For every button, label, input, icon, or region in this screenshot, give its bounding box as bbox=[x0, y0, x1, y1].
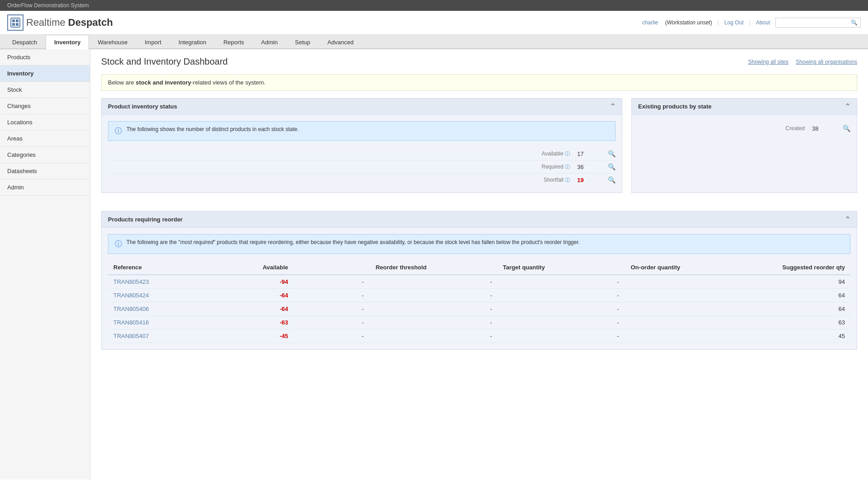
stat-label-available: Available ⓘ bbox=[108, 150, 577, 157]
reference-link[interactable]: TRAN805406 bbox=[113, 306, 149, 312]
shortfall-info-icon[interactable]: ⓘ bbox=[565, 177, 570, 183]
user-link[interactable]: charlie bbox=[642, 19, 658, 26]
required-info-icon[interactable]: ⓘ bbox=[565, 164, 570, 169]
products-stat-row-created: Created 38 🔍 bbox=[638, 121, 850, 136]
cell-reference[interactable]: TRAN805407 bbox=[108, 329, 212, 343]
available-info-icon[interactable]: ⓘ bbox=[565, 151, 570, 156]
cell-on-order-qty: - bbox=[550, 289, 686, 302]
tab-advanced[interactable]: Advanced bbox=[319, 35, 362, 49]
tab-integration[interactable]: Integration bbox=[170, 35, 215, 49]
cell-reorder-threshold: - bbox=[294, 289, 432, 302]
filter-organisations[interactable]: Showing all organisations bbox=[796, 59, 857, 65]
sidebar-item-categories[interactable]: Categories bbox=[0, 147, 90, 163]
reorder-info-icon: ⓘ bbox=[115, 240, 122, 249]
header-right: charlie (Workstation unset) | Log Out | … bbox=[642, 18, 861, 28]
logo-realtime: Realtime bbox=[26, 17, 65, 28]
cell-reference[interactable]: TRAN805423 bbox=[108, 275, 212, 289]
cell-target-qty: - bbox=[432, 302, 550, 316]
cell-reference[interactable]: TRAN805406 bbox=[108, 302, 212, 316]
sidebar-item-changes[interactable]: Changes bbox=[0, 98, 90, 114]
stat-row-required: Required ⓘ 36 🔍 bbox=[108, 160, 616, 174]
tab-admin[interactable]: Admin bbox=[252, 35, 286, 49]
available-search-icon[interactable]: 🔍 bbox=[608, 150, 616, 157]
search-input[interactable] bbox=[779, 19, 851, 26]
product-inventory-collapse-icon[interactable] bbox=[610, 102, 616, 111]
tab-warehouse[interactable]: Warehouse bbox=[89, 35, 136, 49]
existing-products-card-body: Created 38 🔍 bbox=[632, 115, 857, 142]
cell-target-qty: - bbox=[432, 329, 550, 343]
info-banner-bold: stock and inventory bbox=[135, 79, 191, 86]
shortfall-search-icon[interactable]: 🔍 bbox=[608, 176, 616, 183]
reorder-note-text: The following are the "most required" pr… bbox=[126, 239, 580, 245]
reorder-table: Reference Available Reorder threshold Ta… bbox=[108, 260, 850, 343]
cell-suggested: 94 bbox=[686, 275, 850, 289]
svg-rect-3 bbox=[12, 23, 15, 26]
top-bar: OrderFlow Demonstration System bbox=[0, 0, 868, 11]
reference-link[interactable]: TRAN805424 bbox=[113, 292, 149, 299]
nav-tabs: Despatch Inventory Warehouse Import Inte… bbox=[0, 35, 868, 49]
cell-target-qty: - bbox=[432, 316, 550, 329]
cell-suggested: 45 bbox=[686, 329, 850, 343]
existing-products-card: Existing products by state Created 38 🔍 bbox=[631, 98, 857, 193]
cell-reference[interactable]: TRAN805416 bbox=[108, 316, 212, 329]
filter-sites[interactable]: Showing all sites bbox=[748, 59, 789, 65]
sidebar-item-locations[interactable]: Locations bbox=[0, 114, 90, 131]
tab-reports[interactable]: Reports bbox=[215, 35, 253, 49]
cell-on-order-qty: - bbox=[550, 329, 686, 343]
reference-link[interactable]: TRAN805416 bbox=[113, 319, 149, 326]
table-row: TRAN805424 -64 - - - 64 bbox=[108, 289, 850, 302]
cell-on-order-qty: - bbox=[550, 316, 686, 329]
reorder-collapse-icon[interactable] bbox=[845, 215, 850, 224]
separator1: | bbox=[718, 19, 719, 26]
product-inventory-card: Product inventory status ⓘ The following… bbox=[101, 98, 622, 193]
required-search-icon[interactable]: 🔍 bbox=[608, 163, 616, 170]
products-stat-value-created: 38 bbox=[812, 125, 839, 132]
svg-rect-2 bbox=[16, 19, 19, 22]
svg-rect-4 bbox=[16, 23, 19, 26]
table-row: TRAN805407 -45 - - - 45 bbox=[108, 329, 850, 343]
info-banner-suffix: -related views of the system. bbox=[191, 79, 266, 86]
sidebar-item-areas[interactable]: Areas bbox=[0, 131, 90, 147]
tab-inventory[interactable]: Inventory bbox=[46, 35, 89, 49]
cell-reference[interactable]: TRAN805424 bbox=[108, 289, 212, 302]
table-row: TRAN805416 -63 - - - 63 bbox=[108, 316, 850, 329]
search-box[interactable]: 🔍 bbox=[775, 18, 861, 28]
cell-target-qty: - bbox=[432, 275, 550, 289]
reorder-card-body: ⓘ The following are the "most required" … bbox=[102, 228, 857, 349]
tab-import[interactable]: Import bbox=[136, 35, 170, 49]
col-reference: Reference bbox=[108, 260, 212, 275]
product-inventory-note: ⓘ The following shows the number of dist… bbox=[108, 121, 616, 141]
stat-row-available: Available ⓘ 17 🔍 bbox=[108, 147, 616, 160]
product-inventory-title: Product inventory status bbox=[108, 103, 177, 110]
sidebar-item-stock[interactable]: Stock bbox=[0, 82, 90, 98]
cell-reorder-threshold: - bbox=[294, 316, 432, 329]
search-icon[interactable]: 🔍 bbox=[851, 19, 858, 26]
cell-available: -64 bbox=[212, 289, 294, 302]
sidebar-item-datasheets[interactable]: Datasheets bbox=[0, 163, 90, 179]
logo: RealtimeDespatch bbox=[7, 14, 113, 31]
stat-value-shortfall: 19 bbox=[577, 177, 604, 183]
existing-products-card-header: Existing products by state bbox=[632, 99, 857, 115]
cell-available: -63 bbox=[212, 316, 294, 329]
sidebar-item-admin[interactable]: Admin bbox=[0, 179, 90, 196]
product-inventory-note-text: The following shows the number of distin… bbox=[126, 126, 299, 132]
sidebar-item-inventory[interactable]: Inventory bbox=[0, 66, 90, 82]
existing-products-collapse-icon[interactable] bbox=[845, 102, 850, 111]
tab-setup[interactable]: Setup bbox=[286, 35, 319, 49]
about-link[interactable]: About bbox=[756, 19, 770, 26]
product-inventory-card-body: ⓘ The following shows the number of dist… bbox=[102, 115, 622, 193]
logout-link[interactable]: Log Out bbox=[724, 19, 744, 26]
cell-available: -94 bbox=[212, 275, 294, 289]
created-search-icon[interactable]: 🔍 bbox=[843, 125, 850, 132]
col-suggested-reorder: Suggested reorder qty bbox=[686, 260, 850, 275]
tab-despatch[interactable]: Despatch bbox=[4, 35, 46, 49]
table-row: TRAN805406 -64 - - - 64 bbox=[108, 302, 850, 316]
cell-on-order-qty: - bbox=[550, 275, 686, 289]
col-target-qty: Target quantity bbox=[432, 260, 550, 275]
reference-link[interactable]: TRAN805423 bbox=[113, 278, 149, 285]
reference-link[interactable]: TRAN805407 bbox=[113, 333, 149, 339]
reorder-title: Products requiring reorder bbox=[108, 216, 182, 223]
reorder-note: ⓘ The following are the "most required" … bbox=[108, 234, 850, 254]
sidebar-item-products[interactable]: Products bbox=[0, 49, 90, 66]
stat-value-available: 17 bbox=[577, 150, 604, 157]
